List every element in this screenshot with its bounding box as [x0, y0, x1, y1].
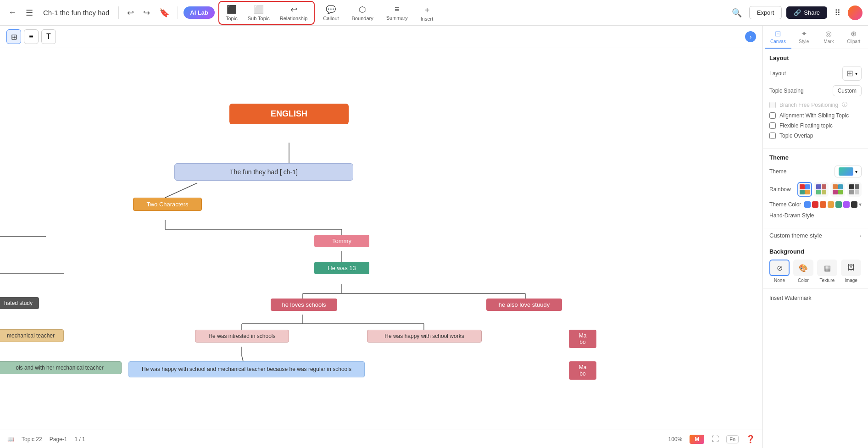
rainbow-label: Rainbow [769, 186, 791, 193]
color-dot-green[interactable] [835, 201, 842, 208]
tab-canvas[interactable]: ⊡ Canvas [765, 26, 791, 49]
topic-spacing-row: Topic Spacing Custom [769, 85, 862, 96]
intrested-node[interactable]: He was intrested in schools [195, 330, 289, 343]
tab-mark[interactable]: ◎ Mark [816, 26, 841, 49]
status-bar: 📖 Topic 22 Page-1 1 / 1 100% M ⛶ Fn ❓ [0, 430, 762, 448]
topic-spacing-value[interactable]: Custom [833, 85, 862, 96]
summary-button[interactable]: ≡ Summary [382, 3, 412, 22]
background-section: Background ⊘ None 🎨 Color ▦ Texture 🖼 Im… [763, 243, 868, 288]
user-avatar[interactable] [848, 6, 862, 20]
hated-study-node[interactable]: hated study [0, 297, 39, 309]
root-node[interactable]: ENGLISH [229, 104, 349, 124]
share-icon: 🔗 [794, 9, 801, 16]
topic-button[interactable]: ⬛ Topic [221, 3, 242, 23]
boundary-icon: ⬡ [359, 5, 366, 15]
background-section-title: Background [769, 248, 862, 255]
color-dot-blue[interactable] [804, 201, 811, 208]
tab-clipart[interactable]: ⊕ Clipart [841, 26, 866, 49]
brand-logo: M [690, 435, 704, 444]
relationship-icon: ↩ [290, 5, 297, 15]
tommy-node[interactable]: Tommy [314, 235, 369, 247]
ai-lab-button[interactable]: AI Lab [184, 6, 215, 19]
happy-works-node[interactable]: He was happy with school works [367, 330, 482, 343]
alignment-checkbox[interactable] [769, 112, 776, 119]
love-study-node[interactable]: he also love stuudy [486, 299, 562, 311]
canvas-tab-icon: ⊡ [775, 29, 781, 38]
tab-style[interactable]: ✦ Style [791, 26, 816, 49]
redo-button[interactable]: ↪ [140, 6, 153, 20]
toolbar-right: 🔍 Export 🔗 Share ⠿ [729, 6, 862, 20]
canvas-grid-view-button[interactable]: ⊞ [6, 29, 21, 44]
layout-picker[interactable]: ⊞ ▾ [842, 66, 862, 81]
layout-row: Layout ⊞ ▾ [769, 66, 862, 81]
bg-color-label: Color [798, 278, 809, 283]
bg-none-icon: ⊘ [769, 260, 790, 276]
rainbow-swatch-2[interactable] [814, 182, 829, 197]
color-dot-red[interactable] [812, 201, 818, 208]
search-button[interactable]: 🔍 [729, 6, 745, 20]
callout-button[interactable]: 💬 Callout [318, 3, 343, 23]
branch-free-checkbox[interactable] [769, 102, 776, 108]
bg-color-icon: 🎨 [793, 260, 813, 276]
mar-node[interactable]: Mabo [569, 330, 596, 348]
color-chevron-button[interactable]: ▾ [859, 201, 862, 208]
long-text-node[interactable]: He was happy with school and mechanical … [128, 361, 365, 377]
custom-theme-label: Custom theme style [769, 232, 822, 239]
panel-collapse-button[interactable]: › [745, 31, 756, 42]
bg-texture-icon: ▦ [817, 260, 837, 276]
topic-icon: ⬛ [227, 5, 237, 15]
bookmark-button[interactable]: 🔖 [156, 6, 172, 20]
fullscreen-icon[interactable]: ⛶ [712, 435, 719, 443]
help-icon[interactable]: ❓ [746, 435, 755, 443]
color-dot-purple[interactable] [843, 201, 850, 208]
age-node[interactable]: He was 13 [314, 262, 369, 274]
overlap-row: Topic Overlap [769, 133, 862, 139]
overlap-label: Topic Overlap [779, 133, 813, 139]
color-dot-orange[interactable] [820, 201, 826, 208]
undo-button[interactable]: ↩ [124, 6, 137, 20]
rainbow-swatch-1[interactable] [797, 182, 812, 197]
canvas-list-view-button[interactable]: ≡ [24, 29, 39, 44]
watermark-row: Insert Watermark [763, 288, 868, 306]
bg-texture-label: Texture [820, 278, 835, 283]
grid-button[interactable]: ⠿ [832, 6, 843, 20]
partial-left-node[interactable]: ols and with her mechanical teacher [0, 361, 122, 374]
sub-topic-button[interactable]: ⬜ Sub Topic [243, 3, 274, 23]
rainbow-swatch-4[interactable] [847, 182, 862, 197]
bg-none-label: None [774, 278, 785, 283]
two-characters-node[interactable]: Two Characters [133, 198, 202, 211]
theme-chevron-icon: ▾ [855, 169, 857, 174]
fn-button[interactable]: Fn [726, 435, 739, 443]
bg-color-option[interactable]: 🎨 Color [793, 260, 813, 283]
bg-none-option[interactable]: ⊘ None [769, 260, 790, 283]
canvas-text-view-button[interactable]: T [41, 29, 56, 44]
mind-map-canvas[interactable]: ENGLISH The fun they had [ ch-1] Two Cha… [0, 53, 762, 430]
mech-teacher-node[interactable]: mechanical teacher [0, 329, 64, 342]
insert-button[interactable]: ＋ Insert [416, 2, 438, 23]
color-dot-yellow[interactable] [828, 201, 834, 208]
bg-texture-option[interactable]: ▦ Texture [817, 260, 837, 283]
branch-free-row: Branch Free Positioning ⓘ [769, 101, 862, 109]
loves-schools-node[interactable]: he loves schools [271, 299, 337, 311]
theme-preview [839, 167, 853, 176]
mar2-node[interactable]: Mabo [569, 361, 596, 380]
help-circle-icon: ⓘ [842, 101, 847, 109]
layout-section: Layout Layout ⊞ ▾ Topic Spacing Custom B… [763, 49, 868, 149]
bg-image-option[interactable]: 🖼 Image [841, 260, 861, 283]
flexible-checkbox[interactable] [769, 122, 776, 129]
relationship-button[interactable]: ↩ Relationship [275, 3, 312, 23]
rainbow-swatch-3[interactable] [830, 182, 845, 197]
back-button[interactable]: ← [6, 6, 19, 19]
custom-theme-row[interactable]: Custom theme style › [763, 228, 868, 243]
main-node[interactable]: The fun they had [ ch-1] [174, 163, 353, 181]
boundary-button[interactable]: ⬡ Boundary [347, 3, 378, 23]
layout-section-title: Layout [769, 55, 862, 61]
menu-button[interactable]: ☰ [23, 6, 36, 20]
flexible-label: Flexible Floating topic [779, 122, 833, 129]
share-button[interactable]: 🔗 Share [786, 6, 827, 19]
theme-picker[interactable]: ▾ [835, 166, 862, 177]
export-button[interactable]: Export [749, 6, 782, 19]
color-dot-dark[interactable] [851, 201, 857, 208]
overlap-checkbox[interactable] [769, 133, 776, 139]
highlighted-toolbar-group: ⬛ Topic ⬜ Sub Topic ↩ Relationship [218, 1, 315, 25]
